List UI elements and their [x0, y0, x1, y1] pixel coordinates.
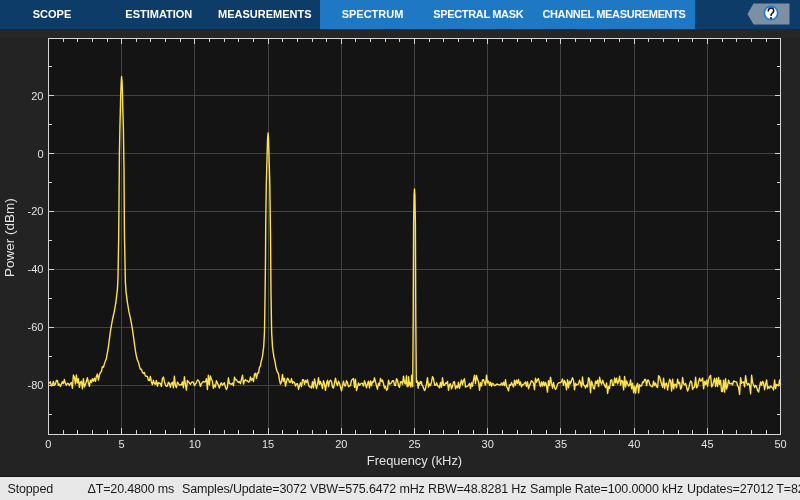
svg-text:5: 5 — [119, 438, 125, 450]
svg-text:35: 35 — [555, 438, 567, 450]
svg-text:-80: -80 — [28, 379, 44, 391]
svg-text:20: 20 — [335, 438, 347, 450]
svg-text:10: 10 — [189, 438, 201, 450]
svg-text:-20: -20 — [28, 205, 44, 217]
svg-text:0: 0 — [45, 438, 51, 450]
svg-text:45: 45 — [701, 438, 713, 450]
svg-text:20: 20 — [31, 90, 43, 102]
svg-text:Power (dBm): Power (dBm) — [3, 198, 18, 277]
svg-text:50: 50 — [774, 438, 786, 450]
svg-text:25: 25 — [408, 438, 420, 450]
svg-text:-60: -60 — [28, 321, 44, 333]
svg-text:0: 0 — [37, 148, 43, 160]
svg-text:-40: -40 — [28, 263, 44, 275]
svg-text:15: 15 — [262, 438, 274, 450]
svg-text:Frequency (kHz): Frequency (kHz) — [367, 453, 462, 468]
svg-text:30: 30 — [482, 438, 494, 450]
svg-text:40: 40 — [628, 438, 640, 450]
